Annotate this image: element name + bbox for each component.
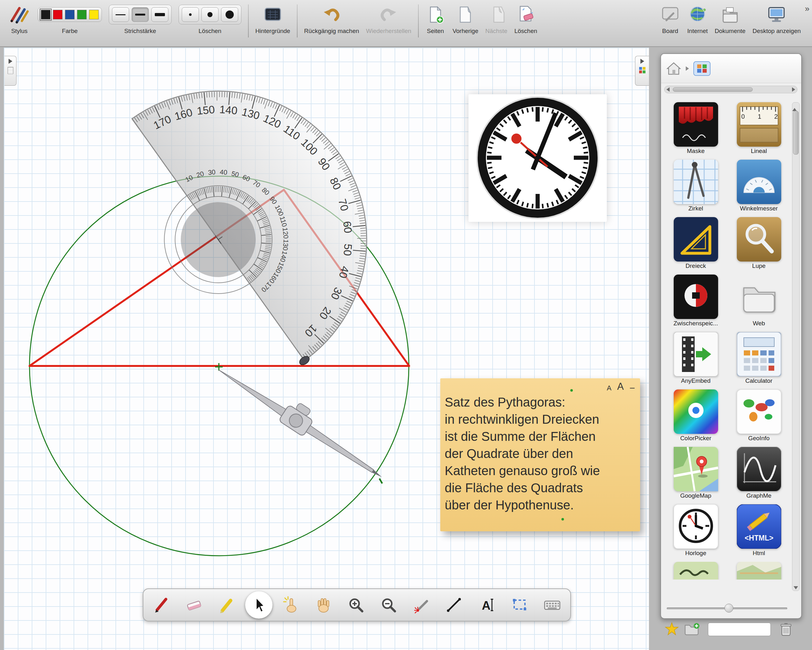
- eraser-medium-button[interactable]: [201, 7, 218, 22]
- backgrounds-icon: [263, 3, 283, 26]
- next-page-button[interactable]: Nächste: [485, 3, 508, 35]
- text-tool[interactable]: A: [472, 591, 501, 619]
- backgrounds-button[interactable]: Hintergründe: [255, 3, 290, 35]
- graphme-icon: [737, 447, 781, 491]
- library-item-calculator[interactable]: Calculator: [734, 332, 784, 384]
- web-folder-icon: [737, 275, 781, 319]
- library-horizontal-scrollbar[interactable]: [664, 86, 797, 93]
- note-font-smaller-button[interactable]: A: [607, 384, 612, 392]
- undo-label: Rückgängig machen: [304, 28, 359, 35]
- pan-tool[interactable]: [308, 591, 338, 619]
- color-swatch-green[interactable]: [77, 10, 87, 19]
- color-palette: [38, 7, 102, 22]
- library-item-lineal[interactable]: 0 1 2 Lineal: [734, 102, 784, 154]
- note-minimize-button[interactable]: −: [629, 384, 635, 392]
- library-search-input[interactable]: [708, 623, 771, 636]
- compass[interactable]: [214, 355, 395, 487]
- slider-thumb[interactable]: [725, 604, 733, 613]
- pointer-tool[interactable]: [276, 591, 305, 619]
- library-item-zwischenspeicher[interactable]: Zwischenspeic...: [671, 275, 721, 327]
- home-button[interactable]: [666, 61, 681, 75]
- line-tool[interactable]: [439, 591, 469, 619]
- toolbar-overflow-chevron[interactable]: »: [805, 4, 809, 14]
- library-item-googlemap[interactable]: GoogleMap: [671, 447, 721, 499]
- color-group: Farbe: [38, 3, 102, 35]
- previous-page-button[interactable]: Vorherige: [453, 3, 478, 35]
- library-item-partial-notes[interactable]: [671, 562, 721, 580]
- capture-tool[interactable]: [505, 591, 534, 619]
- library-item-maske[interactable]: Maske: [671, 102, 721, 154]
- library-vertical-scrollbar[interactable]: [792, 102, 800, 591]
- zwischenspeicher-icon: [674, 275, 718, 319]
- trash-button[interactable]: [780, 622, 792, 637]
- library-item-lupe[interactable]: Lupe: [734, 217, 784, 269]
- library-item-geoinfo[interactable]: GeoInfo: [734, 389, 784, 442]
- library-mini-icon: [639, 67, 646, 73]
- documents-folder-icon: [720, 3, 740, 26]
- eraser-large-button[interactable]: [221, 7, 238, 22]
- undo-button[interactable]: Rückgängig machen: [304, 3, 359, 35]
- lupe-icon: [737, 217, 781, 262]
- library-item-anyembed[interactable]: AnyEmbed: [671, 332, 721, 384]
- right-drawer-tab[interactable]: [635, 56, 649, 86]
- svg-text:50: 50: [341, 243, 354, 257]
- color-swatch-yellow[interactable]: [89, 10, 99, 19]
- library-item-html[interactable]: <HTML> Html: [734, 504, 784, 557]
- internet-button[interactable]: Internet: [687, 3, 708, 35]
- stroke-medium-button[interactable]: [132, 7, 149, 22]
- eraser-small-button[interactable]: [182, 7, 199, 22]
- delete-page-button[interactable]: Löschen: [514, 3, 537, 35]
- icon-size-slider[interactable]: [667, 604, 787, 613]
- stylus-button[interactable]: Stylus: [8, 3, 31, 35]
- scroll-left-icon[interactable]: [666, 87, 670, 92]
- documents-button[interactable]: Dokumente: [714, 3, 745, 35]
- left-drawer-tab[interactable]: [5, 56, 17, 86]
- clock-widget[interactable]: [469, 94, 607, 222]
- zoom-in-tool[interactable]: [341, 591, 371, 619]
- note-resize-handle[interactable]: [562, 518, 564, 520]
- eraser-tool[interactable]: [180, 591, 209, 619]
- new-folder-button[interactable]: [684, 622, 701, 636]
- show-desktop-button[interactable]: Desktop anzeigen: [752, 3, 801, 35]
- zoom-out-tool[interactable]: [374, 591, 403, 619]
- favorites-star-button[interactable]: [665, 622, 679, 636]
- internet-label: Internet: [687, 28, 708, 35]
- library-item-colorpicker[interactable]: ColorPicker: [671, 389, 721, 442]
- note-font-bigger-button[interactable]: A: [617, 381, 624, 392]
- stroke-thick-button[interactable]: [151, 7, 168, 22]
- keyboard-tool[interactable]: [538, 591, 567, 619]
- marker-tool[interactable]: [212, 591, 241, 619]
- backgrounds-label: Hintergründe: [255, 28, 290, 35]
- library-item-label: Horloge: [671, 550, 721, 557]
- pages-button[interactable]: Seiten: [425, 3, 446, 35]
- library-item-partial-map[interactable]: [734, 562, 784, 580]
- sticky-note[interactable]: A A − Satz des Pythagoras: in rechtwinkl…: [440, 378, 640, 531]
- scroll-up-icon[interactable]: [792, 102, 797, 111]
- applications-folder-button[interactable]: [693, 61, 710, 76]
- toolbar-separator: [418, 5, 419, 37]
- documents-label: Dokumente: [714, 28, 745, 35]
- library-item-dreieck[interactable]: Dreieck: [671, 217, 721, 269]
- library-item-web[interactable]: Web: [734, 275, 784, 327]
- library-item-horloge[interactable]: Horloge: [671, 504, 721, 557]
- library-item-winkelmesser[interactable]: Winkelmesser: [734, 160, 784, 212]
- protractor[interactable]: 1010202030304040505060607070808090901001…: [88, 47, 427, 395]
- stroke-thin-button[interactable]: [112, 7, 129, 22]
- pen-tool[interactable]: [147, 591, 176, 619]
- color-swatch-black[interactable]: [41, 10, 50, 19]
- svg-text:120: 120: [281, 227, 290, 239]
- svg-text:30: 30: [208, 168, 216, 176]
- library-item-zirkel[interactable]: Zirkel: [671, 160, 721, 212]
- color-swatch-blue[interactable]: [65, 10, 75, 19]
- redo-button[interactable]: Wiederherstellen: [366, 3, 411, 35]
- hscroll-thumb[interactable]: [673, 87, 753, 92]
- library-item-graphme[interactable]: GraphMe: [734, 447, 784, 499]
- color-swatch-red[interactable]: [53, 10, 63, 19]
- scroll-right-icon[interactable]: [792, 87, 795, 92]
- laser-tool[interactable]: [407, 591, 436, 619]
- scroll-down-icon[interactable]: [794, 586, 798, 589]
- board-mode-button[interactable]: Board: [660, 3, 680, 35]
- vscroll-thumb[interactable]: [793, 111, 799, 154]
- select-tool[interactable]: [245, 591, 272, 619]
- note-resize-handle[interactable]: [570, 389, 573, 392]
